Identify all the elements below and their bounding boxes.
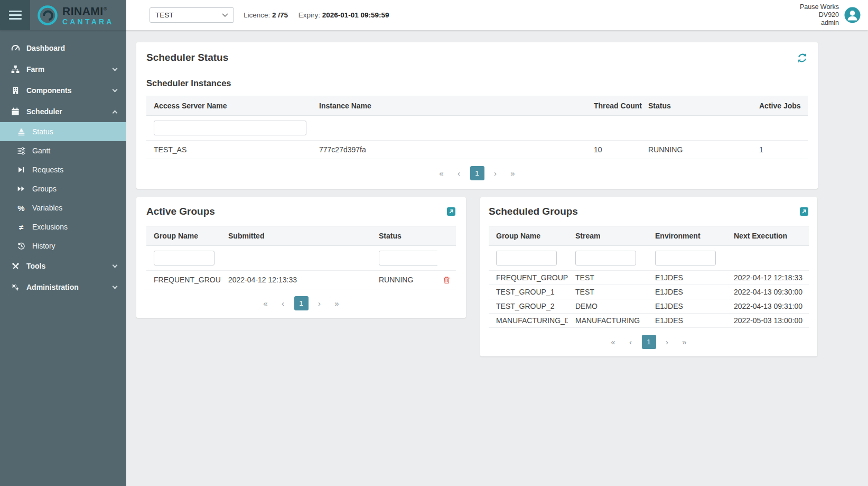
cell-group: FREQUENT_GROUP xyxy=(146,271,221,289)
pagination-first-button[interactable]: « xyxy=(435,167,448,180)
col-active-jobs: Active Jobs xyxy=(752,96,808,116)
cell-group: TEST_GROUP_1 xyxy=(489,285,568,299)
cell-threads: 10 xyxy=(586,141,641,159)
external-link-icon xyxy=(799,207,809,216)
cell-environment: E1JDES xyxy=(648,299,726,314)
table-row[interactable]: FREQUENT_GROUP 2022-04-12 12:13:33 RUNNI… xyxy=(146,271,456,289)
col-status: Status xyxy=(641,96,752,116)
sidebar-item-label: Components xyxy=(26,86,72,95)
scheduler-instances-table: Access Server Name Instance Name Thread … xyxy=(146,96,808,159)
sidebar-item-administration[interactable]: Administration xyxy=(0,277,126,298)
cell-submitted: 2022-04-12 12:13:33 xyxy=(221,271,371,289)
step-forward-icon xyxy=(17,166,25,174)
pagination-prev-button[interactable]: ‹ xyxy=(624,335,637,349)
pagination-prev-button[interactable]: ‹ xyxy=(277,297,290,310)
fast-forward-icon xyxy=(17,185,25,193)
table-row[interactable]: TEST_GROUP_2 DEMO E1JDES 2022-04-13 09:3… xyxy=(489,299,809,314)
sidebar-item-groups[interactable]: Groups xyxy=(0,179,126,198)
refresh-button[interactable] xyxy=(797,52,808,63)
chevron-up-icon xyxy=(113,110,118,115)
sidebar-item-scheduler[interactable]: Scheduler xyxy=(0,101,126,122)
pagination-last-button[interactable]: » xyxy=(331,297,343,310)
licence-info: Licence: 2 /75 Expiry: 2026-01-01 09:59:… xyxy=(244,11,389,19)
pagination-first-button[interactable]: « xyxy=(259,297,272,310)
pagination-last-button[interactable]: » xyxy=(507,167,519,180)
user-avatar-button[interactable] xyxy=(844,7,861,23)
col-status: Status xyxy=(371,226,437,246)
brand-logo: RINAMI® CANTARA xyxy=(30,0,126,30)
group-name-filter-input[interactable] xyxy=(154,251,214,265)
environment-filter-input[interactable] xyxy=(655,251,716,265)
sidebar-item-requests[interactable]: Requests xyxy=(0,160,126,179)
sidebar-item-exclusions[interactable]: ≠ Exclusions xyxy=(0,217,126,236)
sidebar-item-tools[interactable]: Tools xyxy=(0,255,126,277)
sidebar-item-label: Gantt xyxy=(32,146,50,155)
sidebar-item-variables[interactable]: % Variables xyxy=(0,198,126,217)
cell-next-execution: 2022-04-13 09:31:00 xyxy=(726,299,809,314)
col-instance-name: Instance Name xyxy=(312,96,586,116)
refresh-icon xyxy=(797,52,808,63)
pause-works-link[interactable]: Pause Works xyxy=(800,3,839,11)
open-active-groups-button[interactable] xyxy=(446,207,456,216)
pagination-page-1-button[interactable]: 1 xyxy=(470,166,484,180)
filter-row xyxy=(146,116,808,141)
expiry-label: Expiry: xyxy=(298,11,320,19)
sidebar-item-label: Scheduler xyxy=(26,107,62,116)
pagination-last-button[interactable]: » xyxy=(678,335,691,349)
table-row[interactable]: MANUFACTURING_DAY MANUFACTURING E1JDES 2… xyxy=(489,314,809,328)
cell-active-jobs: 1 xyxy=(752,141,808,159)
pagination: « ‹ 1 › » xyxy=(489,328,809,354)
hamburger-menu-button[interactable] xyxy=(0,0,30,30)
table-row[interactable]: FREQUENT_GROUP TEST E1JDES 2022-04-12 12… xyxy=(489,271,809,285)
pagination-next-button[interactable]: › xyxy=(313,297,326,310)
sidebar-item-history[interactable]: History xyxy=(0,236,126,255)
chevron-down-icon xyxy=(113,66,118,71)
table-row[interactable]: TEST_GROUP_1 TEST E1JDES 2022-04-13 09:3… xyxy=(489,285,809,299)
delete-group-button[interactable] xyxy=(443,276,451,284)
access-server-filter-input[interactable] xyxy=(154,121,306,135)
cell-environment: E1JDES xyxy=(648,314,726,328)
username-label: admin xyxy=(800,19,839,27)
cell-status: RUNNING xyxy=(371,271,437,289)
pagination-prev-button[interactable]: ‹ xyxy=(453,167,465,180)
sidebar-item-label: Exclusions xyxy=(32,223,68,231)
pagination-page-1-button[interactable]: 1 xyxy=(642,335,656,349)
col-group-name: Group Name xyxy=(146,226,221,246)
page-title: Scheduler Status xyxy=(146,52,228,63)
sidebar-item-components[interactable]: Components xyxy=(0,80,126,101)
stream-filter-input[interactable] xyxy=(575,251,636,265)
pagination-page-1-button[interactable]: 1 xyxy=(294,296,309,310)
sidebar-item-dashboard[interactable]: Dashboard xyxy=(0,38,126,59)
open-scheduled-groups-button[interactable] xyxy=(799,207,809,216)
cell-group: MANUFACTURING_DAY xyxy=(489,314,568,328)
section-title-scheduler-instances: Scheduler Instances xyxy=(146,78,808,88)
group-name-filter-input[interactable] xyxy=(496,251,557,265)
status-filter-input[interactable] xyxy=(379,251,437,265)
cell-environment: E1JDES xyxy=(648,285,726,299)
cell-stream: TEST xyxy=(568,285,648,299)
active-groups-title: Active Groups xyxy=(146,206,215,217)
sidebar-item-gantt[interactable]: Gantt xyxy=(0,141,126,160)
licence-value: 2 /75 xyxy=(272,11,288,19)
stamp-icon xyxy=(17,127,25,136)
col-environment: Environment xyxy=(648,226,726,246)
pagination-next-button[interactable]: › xyxy=(661,335,674,349)
pagination-next-button[interactable]: › xyxy=(489,167,502,180)
chevron-down-icon xyxy=(222,13,228,17)
expiry-value: 2026-01-01 09:59:59 xyxy=(322,11,389,19)
topbar-user-area: Pause Works DV920 admin xyxy=(800,3,868,27)
sidebar-item-farm[interactable]: Farm xyxy=(0,59,126,80)
sidebar-item-status[interactable]: Status xyxy=(0,122,126,141)
sidebar-item-label: Groups xyxy=(32,185,57,193)
pagination-first-button[interactable]: « xyxy=(607,335,620,349)
environment-select[interactable]: TEST xyxy=(150,7,234,23)
active-groups-table: Group Name Submitted Status FREQUENT_ xyxy=(146,226,456,289)
sitemap-icon xyxy=(11,65,20,74)
col-stream: Stream xyxy=(568,226,648,246)
cell-stream: DEMO xyxy=(568,299,648,314)
tools-icon xyxy=(11,262,20,271)
sidebar-item-label: History xyxy=(32,242,55,250)
trash-icon xyxy=(443,276,451,284)
table-row[interactable]: TEST_AS 777c27d397fa 10 RUNNING 1 xyxy=(146,141,808,159)
cell-access-server: TEST_AS xyxy=(146,141,312,159)
